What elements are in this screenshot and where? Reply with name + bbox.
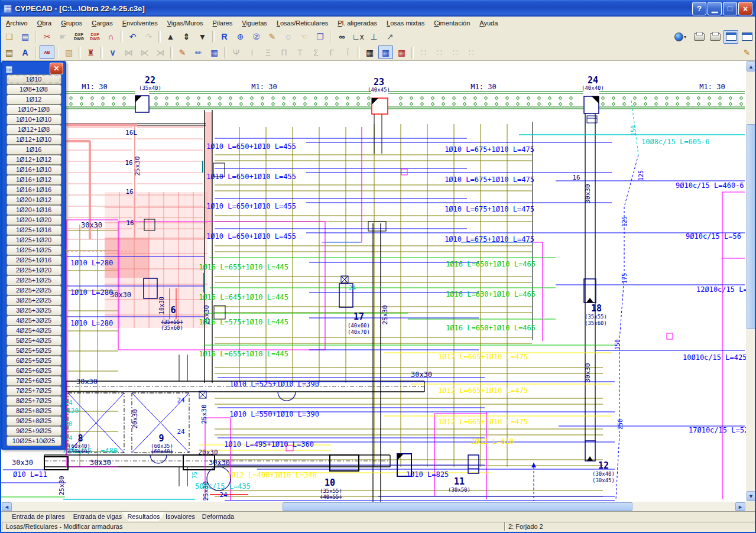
grab-icon[interactable]: ☛ [56, 30, 70, 44]
group-up-icon[interactable]: ▲ [163, 30, 178, 44]
menu-viguetas[interactable]: Viguetas [237, 18, 272, 28]
edit-texts-icon[interactable]: A [18, 46, 33, 59]
report-sheet-icon[interactable]: ▤ [2, 46, 17, 59]
rebar-option-1o12-1o10[interactable]: 1Ø12+1Ø10 [7, 135, 61, 145]
tab-resultados[interactable]: Resultados [122, 512, 166, 521]
palette-close-icon[interactable]: ✕ [50, 63, 63, 74]
minimize-button[interactable]: ▁ [708, 2, 722, 15]
rebar-option-3o25-3o25[interactable]: 3Ø25+3Ø25 [7, 306, 61, 316]
menu-losas-mixtas[interactable]: Losas mixtas [382, 18, 429, 28]
menu-losas-reticulares[interactable]: Losas/Reticulares [272, 18, 333, 28]
horizontal-scroll-thumb[interactable] [283, 502, 632, 511]
section-tool-6-icon[interactable]: Σ [309, 46, 323, 59]
rebar-option-1o25-1o20[interactable]: 1Ø25+1Ø20 [7, 235, 61, 245]
rebar-option-8o25-7o25[interactable]: 8Ø25+7Ø25 [7, 396, 61, 406]
rebar-option-1o16-1o12[interactable]: 1Ø16+1Ø12 [7, 175, 61, 185]
snap-magnet-icon[interactable]: ∩ [103, 30, 118, 44]
beam-match-icon[interactable]: ⋈ [121, 46, 136, 59]
section-tool-8-icon[interactable]: Ϊ [340, 46, 355, 59]
rebar-option-3o25-2o25[interactable]: 3Ø25+2Ø25 [7, 295, 61, 306]
match-bars-2-icon[interactable]: ∷ [432, 46, 447, 59]
measure-icon[interactable]: ↗ [382, 30, 397, 44]
floor-plan-drawing[interactable]: M1: 30M1: 30M1: 30M1: 3022(35x40)23(40x4… [1, 61, 746, 502]
orthogonal-icon[interactable]: ⊥ [366, 30, 381, 44]
tab-isovalores[interactable]: Isovalores [158, 512, 203, 521]
view-3d-icon[interactable]: ▧ [61, 46, 76, 59]
close-button[interactable]: × [738, 2, 752, 15]
save-icon[interactable]: ▤ [18, 30, 33, 44]
menu-grupos[interactable]: Grupos [56, 18, 87, 28]
rebar-option-1o20-1o20[interactable]: 1Ø20+1Ø20 [7, 215, 61, 225]
columns-edit-icon[interactable]: ♜ [83, 46, 98, 59]
scroll-up-icon[interactable]: ▲ [747, 61, 755, 72]
rebar-option-2o25-2o25[interactable]: 2Ø25+2Ø25 [7, 285, 61, 295]
rebar-option-1o12-1o12[interactable]: 1Ø12+1Ø12 [7, 155, 61, 165]
horizontal-scrollbar[interactable]: ◄ ► [1, 502, 746, 511]
beam-divide-icon[interactable]: ⋊ [153, 46, 168, 59]
menu-ayuda[interactable]: Ayuda [475, 18, 502, 28]
tab-deformada[interactable]: Deformada [195, 512, 241, 521]
rebar-option-1o16-1o10[interactable]: 1Ø16+1Ø10 [7, 165, 61, 175]
rebar-option-1o12-1o8[interactable]: 1Ø12+1Ø8 [7, 125, 61, 135]
menu-vigas-muros[interactable]: Vigas/Muros [163, 18, 208, 28]
rebar-option-1o16-1o16[interactable]: 1Ø16+1Ø16 [7, 185, 61, 195]
modify-drawing-icon[interactable]: ✎ [739, 46, 754, 59]
rebar-option-1o16[interactable]: 1Ø16 [7, 145, 61, 155]
group-down-icon[interactable]: ▼ [195, 30, 210, 44]
print-icon[interactable] [692, 30, 706, 44]
search-binoculars-icon[interactable]: ∞ [335, 30, 349, 44]
rebar-option-1o10-1o10[interactable]: 1Ø10+1Ø10 [7, 115, 61, 125]
section-tool-5-icon[interactable]: Τ [293, 46, 307, 59]
rebar-option-2o25-1o16[interactable]: 2Ø25+1Ø16 [7, 255, 61, 265]
rebar-option-7o25-7o25[interactable]: 7Ø25+7Ø25 [7, 386, 61, 396]
tab-entrada-de-pilares[interactable]: Entrada de pilares [4, 512, 73, 521]
rebar-option-9o25-9o25[interactable]: 9Ø25+9Ø25 [7, 426, 61, 436]
mesh-view-black-icon[interactable]: ▦ [362, 46, 377, 59]
mesh-view-red-icon[interactable]: ▦ [394, 46, 409, 59]
section-tool-7-icon[interactable]: Γ [325, 46, 339, 59]
title-bar[interactable]: ▦ CYPECAD - [C:\...\Obra 22-4-25.c3e] ?▁… [0, 0, 756, 17]
rebar-option-1o8-1o8[interactable]: 1Ø8+1Ø8 [7, 84, 61, 95]
section-tool-3-icon[interactable]: Ξ [261, 46, 275, 59]
render-views-globe-icon[interactable]: ▾ [670, 30, 690, 44]
menu-obra[interactable]: Obra [33, 18, 56, 28]
draw-reinforcement-icon[interactable]: ✎ [175, 46, 190, 59]
match-bars-3-icon[interactable]: ∷ [448, 46, 463, 59]
rebar-option-2o25-1o20[interactable]: 2Ø25+1Ø20 [7, 265, 61, 275]
vertical-scroll-thumb[interactable] [747, 124, 755, 329]
rebar-option-1o25-1o25[interactable]: 1Ø25+1Ø25 [7, 245, 61, 255]
maximize-button[interactable]: □ [723, 2, 737, 15]
section-tool-1-icon[interactable]: Ψ [229, 46, 244, 59]
rebar-option-1o20-1o12[interactable]: 1Ø20+1Ø12 [7, 195, 61, 205]
rebar-option-1o12[interactable]: 1Ø12 [7, 95, 61, 105]
rebar-option-2o25-1o25[interactable]: 2Ø25+1Ø25 [7, 275, 61, 285]
section-tool-4-icon[interactable]: Π [277, 46, 291, 59]
rebar-option-5o25-4o25[interactable]: 5Ø25+4Ø25 [7, 336, 61, 346]
menu-cimentaci-n[interactable]: Cimentación [429, 18, 475, 28]
rebar-option-9o25-8o25[interactable]: 9Ø25+8Ø25 [7, 416, 61, 426]
help-button[interactable]: ? [692, 2, 706, 15]
rebar-option-6o25-6o25[interactable]: 6Ø25+6Ø25 [7, 366, 61, 376]
rebar-option-8o25-8o25[interactable]: 8Ø25+8Ø25 [7, 406, 61, 416]
scroll-right-icon[interactable]: ► [735, 502, 745, 511]
scroll-left-icon[interactable]: ◄ [2, 502, 12, 511]
zoom-window-icon[interactable]: R [217, 30, 232, 44]
coordinates-axes-icon[interactable]: ∟x [351, 30, 365, 44]
match-bars-1-icon[interactable]: ∷ [416, 46, 431, 59]
rebar-option-1o10[interactable]: 1Ø10 [7, 74, 61, 84]
window-arrange-icon[interactable] [739, 30, 754, 44]
undo-icon[interactable]: ↶ [125, 30, 140, 44]
go-to-group-icon[interactable]: ⇕ [179, 30, 194, 44]
window-tile-icon[interactable] [723, 30, 738, 44]
rebar-option-4o25-3o25[interactable]: 4Ø25+3Ø25 [7, 316, 61, 326]
beam-section-icon[interactable]: ∨ [105, 46, 120, 59]
vertical-scrollbar[interactable]: ▲ ▼ [746, 61, 755, 502]
zoom-previous-icon[interactable]: ② [249, 30, 264, 44]
menu-pilares[interactable]: Pilares [208, 18, 238, 28]
scroll-down-icon[interactable]: ▼ [747, 491, 755, 501]
dropdown-caret-icon[interactable]: ▾ [684, 34, 686, 40]
mesh-view-blue-icon[interactable]: ▦ [378, 46, 393, 59]
rebar-option-5o25-5o25[interactable]: 5Ø25+5Ø25 [7, 346, 61, 356]
zoom-extents-icon[interactable]: ⊕ [233, 30, 248, 44]
rebar-option-4o25-4o25[interactable]: 4Ø25+4Ø25 [7, 326, 61, 336]
